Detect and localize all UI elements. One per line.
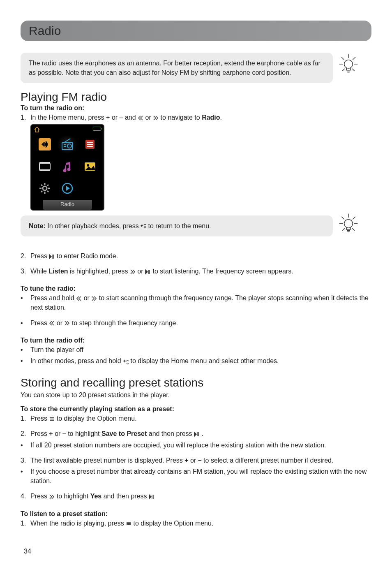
bullet-dot: • xyxy=(21,345,30,354)
playing-fm-heading: Playing FM radio xyxy=(21,90,371,104)
bullet-dot: • xyxy=(21,356,30,366)
right-chevrons-icon xyxy=(91,296,97,301)
step-text: Press + or – to highlight Save to Preset… xyxy=(30,429,203,438)
home-icon xyxy=(34,127,40,132)
svg-line-30 xyxy=(41,191,42,192)
preset-step-2: 2. Press + or – to highlight Save to Pre… xyxy=(21,429,371,438)
step-text: Press to enter Radio mode. xyxy=(30,251,118,261)
bullet-off-1: • Turn the player off xyxy=(21,345,371,354)
svg-rect-19 xyxy=(39,162,50,163)
turn-off-label: To turn the radio off: xyxy=(21,337,371,344)
bullet-text: If you choose a preset number that alrea… xyxy=(30,467,371,486)
bullet-off-2: • In other modes, press and hold to disp… xyxy=(21,356,371,366)
svg-line-3 xyxy=(353,57,355,60)
svg-line-36 xyxy=(353,217,355,220)
svg-rect-20 xyxy=(39,170,50,171)
bullet-dot: • xyxy=(21,440,30,450)
preset-heading: Storing and recalling preset stations xyxy=(21,376,371,389)
step-number: 3. xyxy=(21,456,30,465)
bullet-tune-1: • Press and hold or to start scanning th… xyxy=(21,293,371,312)
device-screenshot: Radio xyxy=(30,124,104,211)
play-pause-icon xyxy=(145,269,151,275)
svg-point-0 xyxy=(344,60,353,69)
preset-step-4: 4. Press to highlight Yes and then press xyxy=(21,491,371,501)
listen-label: To listen to a preset station: xyxy=(21,510,371,518)
listen-step-1: 1. When the radio is playing, press to d… xyxy=(21,519,371,528)
audible-icon xyxy=(35,135,55,154)
step-number: 1. xyxy=(21,519,30,528)
lightbulb-icon xyxy=(337,52,360,75)
store-label: To store the currently playing station a… xyxy=(21,405,371,413)
preset-step-3: 3. The first available preset number is … xyxy=(21,456,371,465)
svg-line-28 xyxy=(41,185,42,186)
svg-line-40 xyxy=(352,228,355,231)
video-icon xyxy=(35,157,55,176)
step-text: When the radio is playing, press to disp… xyxy=(30,519,213,528)
step-text: Press to highlight Yes and then press xyxy=(30,491,154,501)
svg-line-29 xyxy=(47,191,48,192)
playlists-icon xyxy=(80,135,100,154)
svg-point-23 xyxy=(43,186,47,190)
bullet-dot: • xyxy=(21,318,30,328)
step-number: 3. xyxy=(21,266,30,276)
preset-step-2-bullet: • If all 20 preset station numbers are o… xyxy=(21,440,371,450)
section-header: Radio xyxy=(21,21,371,41)
play-pause-icon xyxy=(49,254,55,259)
device-label: Radio xyxy=(43,200,92,210)
play-pause-icon xyxy=(194,431,200,437)
step-number: 1. xyxy=(21,414,30,423)
step-number: 2. xyxy=(21,251,30,261)
svg-line-7 xyxy=(352,69,355,71)
lightbulb-icon xyxy=(337,211,360,234)
svg-point-33 xyxy=(344,219,353,228)
preset-step-1: 1. Press to display the Option menu. xyxy=(21,414,371,423)
step-text: Press to display the Option menu. xyxy=(30,414,137,423)
note-box: Note: In other playback modes, press to … xyxy=(21,215,333,236)
page-number: 34 xyxy=(24,548,31,555)
back-icon xyxy=(123,359,129,364)
step-number: 2. xyxy=(21,429,30,438)
right-chevrons-icon xyxy=(153,115,159,121)
bullet-text: If all 20 preset station numbers are occ… xyxy=(30,440,326,450)
bullet-text: Press or to step through the frequency r… xyxy=(30,318,178,328)
svg-line-6 xyxy=(342,69,345,71)
svg-point-10 xyxy=(67,144,71,148)
menu-back-icon xyxy=(141,223,146,229)
section-title: Radio xyxy=(29,24,61,37)
step-3: 3. While Listen is highlighted, press or… xyxy=(21,266,371,276)
menu-icon xyxy=(126,521,131,526)
battery-icon xyxy=(93,127,101,131)
tip-box: The radio uses the earphones as an anten… xyxy=(21,53,333,83)
step-2: 2. Press to enter Radio mode. xyxy=(21,251,371,261)
svg-line-2 xyxy=(341,57,344,60)
right-chevrons-icon xyxy=(130,269,136,275)
left-chevrons-icon xyxy=(76,296,82,301)
step-1: 1. In the Home menu, press + or – and or… xyxy=(21,113,371,122)
note-prefix: Note: xyxy=(29,222,46,229)
svg-line-31 xyxy=(47,185,48,186)
left-chevrons-icon xyxy=(49,320,55,326)
turn-on-label: To turn the radio on: xyxy=(21,104,371,112)
tip-text: The radio uses the earphones as an anten… xyxy=(29,60,321,76)
right-chevrons-icon xyxy=(49,494,55,500)
step-number: 1. xyxy=(21,113,30,122)
step-text: The first available preset number is dis… xyxy=(30,456,333,465)
music-icon xyxy=(57,157,77,176)
play-pause-icon xyxy=(149,494,154,500)
tune-label: To tune the radio: xyxy=(21,285,371,292)
bullet-dot: • xyxy=(21,467,30,486)
left-chevrons-icon xyxy=(138,115,143,121)
step-text: While Listen is highlighted, press or to… xyxy=(30,266,293,276)
bullet-tune-2: • Press or to step through the frequency… xyxy=(21,318,371,328)
radio-icon xyxy=(57,135,77,154)
bullet-text: Turn the player off xyxy=(30,345,83,354)
nowplaying-icon xyxy=(57,178,77,198)
svg-point-22 xyxy=(87,164,89,167)
right-chevrons-icon xyxy=(64,320,70,326)
svg-line-13 xyxy=(65,139,70,142)
bullet-text: In other modes, press and hold to displa… xyxy=(30,356,279,366)
step-text: In the Home menu, press + or – and or to… xyxy=(30,113,222,122)
settings-icon xyxy=(35,178,55,198)
bullet-text: Press and hold or to start scanning thro… xyxy=(30,293,371,312)
menu-icon xyxy=(49,416,55,422)
